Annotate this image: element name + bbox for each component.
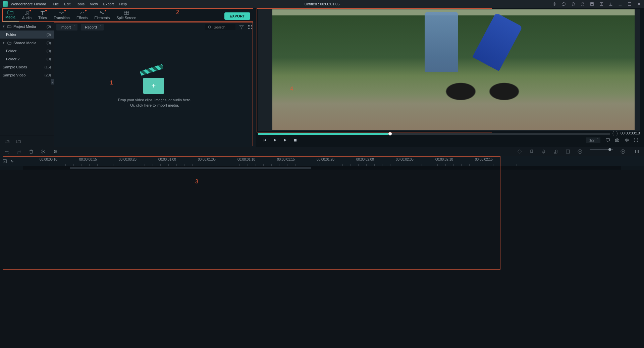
export-button[interactable]: EXPORT xyxy=(224,12,250,20)
svg-rect-30 xyxy=(638,150,639,153)
zoom-fit-icon[interactable] xyxy=(635,149,639,154)
menu-file[interactable]: File xyxy=(53,2,59,6)
preview-viewport[interactable] xyxy=(258,9,640,131)
svg-rect-25 xyxy=(543,150,544,152)
grid-view-icon[interactable] xyxy=(248,24,253,30)
maximize-icon[interactable] xyxy=(627,2,632,6)
user-icon[interactable] xyxy=(580,2,585,6)
in-bracket-icon[interactable]: { xyxy=(612,131,614,135)
crop-icon[interactable] xyxy=(566,149,570,154)
sidebar-item-shared-media[interactable]: ▾ Shared Media(0) xyxy=(0,39,54,47)
svg-point-21 xyxy=(54,150,55,151)
refresh-icon[interactable] xyxy=(561,2,566,6)
folder-icon[interactable] xyxy=(16,139,21,143)
zoom-out-icon[interactable] xyxy=(578,149,582,154)
snapshot-icon[interactable] xyxy=(615,138,619,142)
sidebar-item-sample-colors[interactable]: Sample Colors(15) xyxy=(0,63,54,71)
sidebar-item-project-media[interactable]: ▾ Project Media(0) xyxy=(0,22,54,31)
tab-transition[interactable]: Transition xyxy=(50,9,73,22)
timeline: 00:00:00:1000:00:00:1500:00:00:2000:00:0… xyxy=(0,156,644,170)
play-icon[interactable] xyxy=(283,138,287,142)
tab-media[interactable]: Media xyxy=(2,8,19,22)
tab-effects[interactable]: Effects xyxy=(73,9,91,22)
menu-help[interactable]: Help xyxy=(119,2,127,6)
svg-rect-11 xyxy=(248,25,250,26)
audio-mixer-icon[interactable] xyxy=(553,149,558,154)
svg-point-20 xyxy=(42,152,43,153)
ruler-tick: 00:00:00:20 xyxy=(119,158,137,161)
ruler-tick: 00:00:00:10 xyxy=(40,158,57,161)
render-icon[interactable] xyxy=(517,149,522,154)
expand-tracks-icon[interactable] xyxy=(3,159,7,163)
link-icon[interactable] xyxy=(10,159,14,163)
zoom-in-icon[interactable] xyxy=(621,149,625,154)
tab-elements[interactable]: Elements xyxy=(91,9,113,22)
adjust-icon[interactable] xyxy=(53,149,58,154)
trash-icon[interactable] xyxy=(571,2,576,6)
volume-icon[interactable] xyxy=(625,138,629,142)
prev-frame-icon[interactable] xyxy=(263,138,267,142)
tab-audio[interactable]: Audio xyxy=(19,9,35,22)
sidebar-item-shared-folder[interactable]: Folder(0) xyxy=(0,47,54,55)
ruler-tick: 00:00:01:05 xyxy=(198,158,216,161)
display-icon[interactable] xyxy=(606,138,610,142)
preview-frame xyxy=(272,9,635,130)
undo-icon[interactable] xyxy=(5,149,9,154)
sidebar-item-shared-folder-2[interactable]: Folder 2(0) xyxy=(0,55,54,63)
split-icon[interactable] xyxy=(41,149,46,154)
svg-rect-17 xyxy=(615,139,619,141)
media-drop-zone[interactable]: + Drop your video clips, images, or audi… xyxy=(54,32,256,147)
svg-rect-29 xyxy=(635,150,636,153)
fullscreen-icon[interactable] xyxy=(634,138,638,142)
timeline-scrollbar[interactable] xyxy=(23,166,621,170)
titlebar: Wondershare Filmora File Edit Tools View… xyxy=(0,0,644,8)
sidebar-collapse-icon[interactable]: ◂ xyxy=(51,79,54,84)
svg-point-18 xyxy=(616,140,618,141)
preview-panel: { } 00:00:00:13 1/2 xyxy=(256,8,644,147)
clapper-icon: + xyxy=(143,71,166,94)
annotation-3: 3 xyxy=(195,179,198,185)
svg-rect-6 xyxy=(628,3,631,6)
timeline-toolbar xyxy=(0,147,644,156)
ruler-tick: 00:00:02:00 xyxy=(356,158,374,161)
voiceover-icon[interactable] xyxy=(541,149,546,154)
search-input[interactable] xyxy=(205,24,235,30)
asset-tabs: Media Audio Titles Transition Effects El… xyxy=(0,8,256,22)
svg-point-19 xyxy=(42,150,43,151)
play-pause-icon[interactable] xyxy=(273,138,277,142)
left-panel: Media Audio Titles Transition Effects El… xyxy=(0,8,256,147)
ruler-tick: 00:00:02:10 xyxy=(435,158,453,161)
search-icon xyxy=(208,25,212,29)
ruler-tick: 00:00:02:15 xyxy=(475,158,493,161)
record-dropdown[interactable]: Record xyxy=(81,24,103,31)
minimize-icon[interactable] xyxy=(618,2,623,6)
filter-icon[interactable] xyxy=(239,24,244,30)
stop-icon[interactable] xyxy=(293,138,297,142)
new-folder-icon[interactable] xyxy=(5,139,9,143)
preview-duration: 00:00:00:13 xyxy=(621,131,640,135)
import-dropdown[interactable]: Import xyxy=(56,24,77,31)
download-icon[interactable] xyxy=(608,2,613,6)
settings-icon[interactable] xyxy=(552,2,557,6)
menu-tools[interactable]: Tools xyxy=(76,2,85,6)
svg-rect-14 xyxy=(251,28,252,29)
menu-view[interactable]: View xyxy=(90,2,98,6)
marker-icon[interactable] xyxy=(529,149,534,154)
delete-icon[interactable] xyxy=(29,149,34,154)
menu-edit[interactable]: Edit xyxy=(64,2,70,6)
tab-split-screen[interactable]: Split Screen xyxy=(113,9,140,22)
svg-rect-15 xyxy=(294,139,297,141)
open-icon[interactable] xyxy=(599,2,604,6)
redo-icon[interactable] xyxy=(17,149,21,154)
out-bracket-icon[interactable]: } xyxy=(616,131,618,135)
zoom-slider[interactable] xyxy=(590,149,613,150)
save-icon[interactable] xyxy=(590,2,594,6)
sidebar-item-folder[interactable]: Folder(0) xyxy=(0,31,54,39)
close-icon[interactable] xyxy=(637,2,641,6)
scrub-bar[interactable] xyxy=(258,133,610,135)
timeline-ruler[interactable]: 00:00:00:1000:00:00:1500:00:00:2000:00:0… xyxy=(0,156,644,166)
tab-titles[interactable]: Titles xyxy=(35,9,50,22)
sidebar-item-sample-video[interactable]: Sample Video(20) xyxy=(0,71,54,79)
menu-export[interactable]: Export xyxy=(103,2,114,6)
playback-ratio-dropdown[interactable]: 1/2 xyxy=(586,137,600,143)
